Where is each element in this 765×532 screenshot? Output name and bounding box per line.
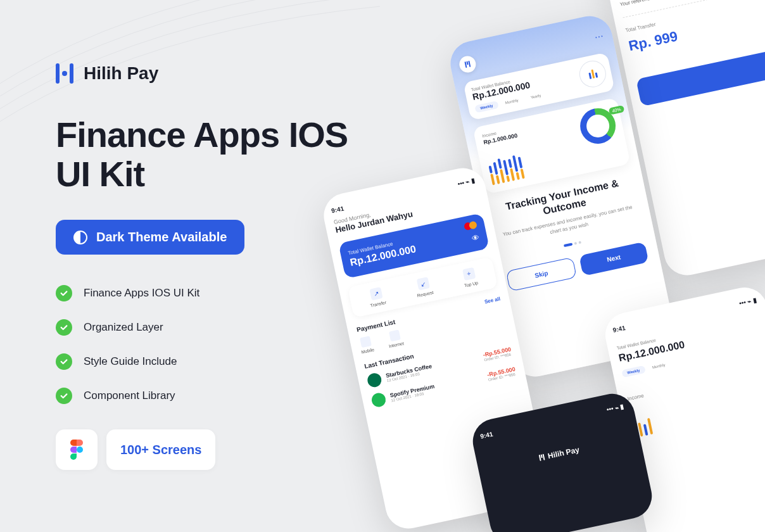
check-icon (56, 285, 72, 301)
feature-list: Finance Apps IOS UI Kit Organized Layer … (56, 285, 380, 404)
brand-logo-row: Hilih Pay (56, 63, 380, 84)
signal-icon: ••• ⌁ ▮ (738, 296, 757, 307)
feature-item: Component Library (56, 388, 380, 404)
check-icon (56, 353, 72, 370)
signal-icon: ••• ⌁ ▮ (457, 177, 476, 187)
pay-internet[interactable]: Internet (386, 329, 405, 348)
tab-monthly[interactable]: Monthly (647, 360, 671, 372)
headline: Finance Apps IOS UI Kit (56, 115, 380, 193)
feature-item: Finance Apps IOS UI Kit (56, 285, 380, 301)
dark-theme-label: Dark Theme Available (96, 230, 227, 244)
app-logo-icon (458, 54, 477, 74)
signal-icon: ••• ⌁ ▮ (606, 403, 625, 414)
brand-name-dark: Hilih Pay (547, 445, 580, 460)
svg-point-0 (77, 446, 83, 453)
eye-off-icon[interactable]: 👁 (471, 233, 481, 243)
figma-badge (56, 429, 98, 470)
tab-weekly[interactable]: Weekly (621, 365, 645, 377)
screens-count-badge: 100+ Screens (106, 429, 215, 470)
check-icon (56, 319, 72, 336)
skip-button[interactable]: Skip (506, 256, 578, 291)
brand-name: Hilih Pay (84, 63, 158, 84)
figma-icon (70, 440, 84, 460)
brand-logo-icon (56, 63, 73, 84)
tab-weekly[interactable]: Weekly (474, 101, 498, 113)
check-icon (56, 388, 72, 404)
menu-icon[interactable]: ⋯ (593, 30, 604, 42)
action-topup[interactable]: ＋Top Up (461, 267, 479, 288)
tab-monthly[interactable]: Monthly (500, 96, 524, 108)
next-button[interactable]: Next (579, 241, 649, 276)
action-request[interactable]: ↙Request (414, 276, 434, 298)
feature-item: Style Guide Include (56, 353, 380, 370)
feature-item: Organized Layer (56, 319, 380, 336)
feature-text: Finance Apps IOS UI Kit (84, 287, 199, 300)
see-all-link[interactable]: See all (484, 296, 501, 306)
half-moon-icon (73, 231, 87, 244)
donut-percent: 40% (609, 105, 625, 115)
dark-theme-badge: Dark Theme Available (56, 220, 244, 255)
mockup-cluster: Transaction don on 12 December Your refe… (334, 0, 765, 532)
feature-text: Style Guide Include (84, 355, 177, 368)
primary-button[interactable] (636, 49, 765, 106)
feature-text: Organized Layer (84, 321, 163, 334)
feature-text: Component Library (84, 390, 175, 402)
tab-yearly[interactable]: Yearly (525, 91, 547, 102)
